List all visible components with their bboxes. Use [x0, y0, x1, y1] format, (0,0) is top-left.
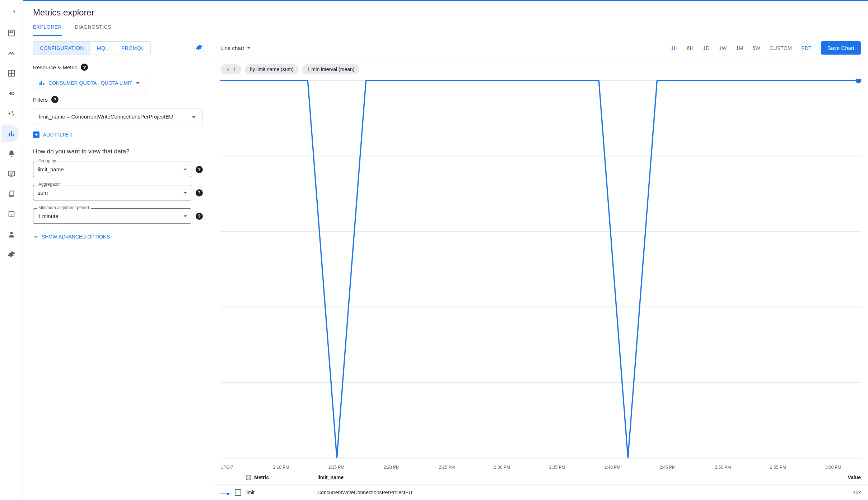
config-panel: CONFIGURATION MQL PROMQL Resource & Metr…: [23, 36, 213, 500]
legend-row[interactable]: limit ConcurrentWriteConnectionsPerProje…: [213, 485, 868, 500]
chart-panel: Line chart 1H 6H 1D 1W 1M 6W CUSTOM PDT …: [213, 36, 868, 500]
svg-rect-12: [9, 133, 10, 136]
nav-grid-icon[interactable]: [1, 65, 19, 82]
range-1h[interactable]: 1H: [671, 45, 678, 51]
nav-debug-icon[interactable]: [1, 205, 19, 223]
chevron-down-icon: [183, 192, 187, 194]
add-filter-button[interactable]: + ADD FILTER: [33, 131, 72, 138]
nav-explorer-icon[interactable]: [1, 125, 19, 142]
range-6w[interactable]: 6W: [752, 45, 760, 51]
page-title: Metrics explorer: [33, 8, 858, 18]
query-mode-tabs: CONFIGURATION MQL PROMQL: [33, 41, 151, 55]
settings-gear-icon[interactable]: [196, 44, 203, 52]
aggregator-field[interactable]: Aggregator sum: [33, 185, 191, 200]
help-icon[interactable]: ?: [196, 166, 203, 173]
svg-point-32: [856, 79, 861, 83]
svg-rect-35: [246, 478, 248, 480]
alignment-period-field[interactable]: Minimum alignment period 1 minute: [33, 208, 191, 224]
interval-chip[interactable]: 1 min interval (mean): [302, 64, 360, 74]
legend-table: Metric limit_name Value limit Concurrent…: [213, 470, 868, 500]
view-question-label: How do you want to view that data?: [33, 148, 203, 155]
range-1d[interactable]: 1D: [703, 45, 710, 51]
chart-type-selector[interactable]: Line chart: [220, 45, 251, 51]
save-chart-button[interactable]: Save Chart: [821, 41, 861, 55]
nav-monitoring-icon[interactable]: [1, 4, 19, 22]
range-6h[interactable]: 6H: [687, 45, 694, 51]
show-advanced-button[interactable]: SHOW ADVANCED OPTIONS: [33, 234, 110, 240]
bar-chart-icon: [38, 80, 45, 86]
svg-rect-18: [9, 212, 14, 217]
nav-groups-icon[interactable]: [1, 185, 19, 203]
svg-rect-22: [43, 83, 44, 85]
chevron-down-icon: [136, 82, 140, 84]
chevron-down-icon: [33, 234, 39, 240]
svg-rect-21: [41, 81, 42, 85]
nav-metrics-icon[interactable]: [1, 45, 19, 62]
metric-column-header: Metric: [254, 474, 269, 480]
svg-point-11: [12, 114, 14, 116]
svg-rect-33: [246, 475, 248, 477]
chevron-down-icon: [183, 215, 187, 217]
svg-point-9: [8, 112, 10, 115]
metric-selector[interactable]: CONSUMER QUOTA - QUOTA LIMIT: [33, 76, 145, 90]
help-icon[interactable]: ?: [51, 96, 59, 103]
range-1m[interactable]: 1M: [736, 45, 743, 51]
chevron-down-icon: [191, 114, 197, 120]
limit-name-column-header: limit_name: [317, 474, 832, 480]
svg-point-3: [10, 52, 10, 53]
nav-uptime-icon[interactable]: [1, 165, 19, 182]
resource-metric-label: Resource & Metric ?: [33, 64, 203, 71]
svg-rect-20: [39, 83, 41, 85]
group-by-field[interactable]: Group by limit_name: [33, 162, 191, 177]
page-header: Metrics explorer: [23, 1, 868, 18]
nav-alerts-icon[interactable]: [1, 145, 19, 162]
series-value: 10k: [832, 490, 861, 495]
filter-count-chip[interactable]: 1: [220, 64, 241, 74]
main-tabs: EXPLORER DIAGNOSTICS: [23, 18, 868, 36]
groupby-chip[interactable]: by limit name (sum): [245, 64, 299, 74]
svg-rect-36: [249, 478, 251, 480]
series-metric-name: limit: [246, 490, 317, 495]
grid-icon: [246, 474, 251, 480]
svg-rect-17: [10, 191, 14, 196]
series-limit-name: ConcurrentWriteConnectionsPerProjectEU: [317, 490, 832, 495]
svg-rect-13: [11, 131, 12, 136]
nav-input-icon[interactable]: [1, 85, 19, 102]
filters-label: Filters ?: [33, 96, 203, 103]
filter-icon: [225, 67, 230, 72]
chart-chips: 1 by limit name (sum) 1 min interval (me…: [213, 60, 868, 79]
chevron-down-icon: [247, 47, 251, 49]
svg-rect-34: [249, 475, 251, 477]
left-nav: [0, 0, 23, 500]
help-icon[interactable]: ?: [196, 213, 203, 220]
subtab-configuration[interactable]: CONFIGURATION: [33, 42, 90, 55]
time-range-selector: 1H 6H 1D 1W 1M 6W CUSTOM PDT Save Chart: [671, 41, 861, 55]
tab-explorer[interactable]: EXPLORER: [33, 24, 62, 36]
tab-diagnostics[interactable]: DIAGNOSTICS: [75, 24, 111, 36]
filter-expression[interactable]: limit_name = ConcurrentWriteConnectionsP…: [33, 108, 203, 125]
timezone-button[interactable]: PDT: [801, 45, 812, 51]
help-icon[interactable]: ?: [196, 189, 203, 196]
nav-settings-icon[interactable]: [1, 246, 19, 263]
svg-point-1: [9, 32, 10, 33]
nav-user-icon[interactable]: [1, 226, 19, 243]
svg-rect-14: [13, 134, 14, 136]
series-checkbox[interactable]: [235, 489, 241, 496]
svg-rect-0: [8, 30, 14, 36]
chevron-down-icon: [183, 168, 187, 170]
nav-services-icon[interactable]: [1, 105, 19, 122]
svg-rect-15: [8, 171, 14, 176]
nav-dashboard-icon[interactable]: [1, 24, 19, 42]
series-swatch: [220, 494, 228, 494]
svg-point-10: [11, 111, 13, 113]
plus-icon: +: [33, 131, 39, 138]
range-1w[interactable]: 1W: [719, 45, 727, 51]
range-custom[interactable]: CUSTOM: [770, 45, 792, 51]
chart-plot-area[interactable]: [213, 79, 868, 463]
value-column-header: Value: [832, 474, 861, 480]
help-icon[interactable]: ?: [81, 64, 88, 71]
subtab-mql[interactable]: MQL: [90, 42, 115, 55]
svg-point-19: [10, 232, 13, 234]
subtab-promql[interactable]: PROMQL: [115, 42, 151, 55]
svg-point-4: [12, 52, 13, 53]
